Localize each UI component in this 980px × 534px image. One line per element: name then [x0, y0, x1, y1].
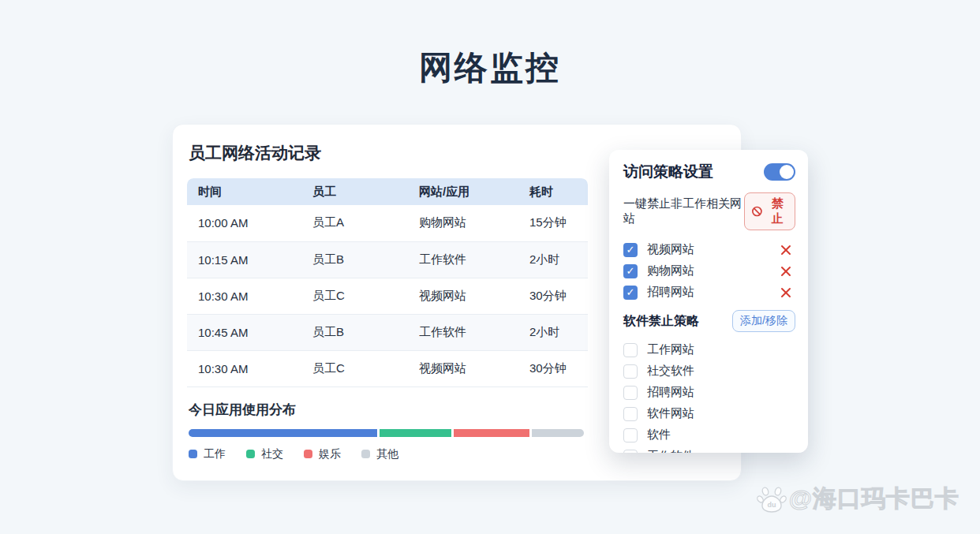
legend-label: 其他	[376, 447, 398, 461]
bar-segment-social	[380, 429, 451, 437]
software-item-row: 招聘网站	[623, 382, 795, 403]
watermark: du @海口玛卡巴卡	[756, 483, 959, 515]
cell-employee: 员工C	[301, 278, 408, 314]
table-row: 10:15 AM 员工B 工作软件 2小时	[187, 241, 588, 278]
cell-app: 工作软件	[408, 241, 518, 278]
cell-time: 10:15 AM	[187, 241, 301, 278]
cell-duration: 30分钟	[518, 350, 588, 386]
cell-app: 工作软件	[408, 314, 518, 350]
software-item-row: 工作软件	[623, 446, 795, 453]
table-row: 10:30 AM 员工C 视频网站 30分钟	[187, 278, 588, 314]
checkbox-unchecked[interactable]	[623, 428, 638, 443]
cell-duration: 2小时	[518, 241, 588, 278]
software-item-row: 软件网站	[623, 403, 795, 424]
add-remove-button[interactable]: 添加/移除	[732, 310, 795, 332]
ban-button-label: 禁止	[766, 196, 788, 226]
remove-x-icon[interactable]	[780, 265, 792, 278]
cell-app: 购物网站	[408, 205, 518, 241]
checkbox-unchecked[interactable]	[623, 364, 638, 379]
checkbox-unchecked[interactable]	[623, 343, 638, 357]
quick-ban-label: 一键禁止非工作相关网站	[623, 196, 744, 226]
checkbox-checked[interactable]: ✓	[623, 286, 638, 300]
cell-app: 视频网站	[408, 278, 518, 314]
cell-employee: 员工B	[301, 314, 408, 350]
activity-table: 时间 员工 网站/应用 耗时 10:00 AM 员工A 购物网站 15分钟 10…	[187, 178, 588, 387]
legend-item-social: 社交	[246, 447, 283, 461]
master-toggle[interactable]	[764, 163, 795, 181]
checkbox-checked[interactable]: ✓	[623, 264, 638, 278]
legend-dot-icon	[304, 450, 312, 458]
banned-site-label: 购物网站	[647, 263, 780, 278]
table-row: 10:00 AM 员工A 购物网站 15分钟	[187, 205, 588, 241]
legend-item-other: 其他	[361, 447, 398, 461]
software-item-label: 招聘网站	[647, 385, 795, 400]
software-item-row: 社交软件	[623, 360, 795, 382]
software-item-row: 软件	[623, 424, 795, 446]
policy-header: 访问策略设置	[623, 162, 795, 182]
bar-segment-other	[532, 429, 584, 437]
bar-segment-work	[189, 429, 377, 437]
checkbox-unchecked[interactable]	[623, 407, 638, 421]
banned-site-row: ✓ 招聘网站	[623, 282, 795, 303]
legend-label: 工作	[204, 447, 226, 461]
table-row: 10:45 AM 员工B 工作软件 2小时	[187, 314, 588, 350]
svg-text:du: du	[767, 501, 776, 509]
legend-dot-icon	[246, 450, 255, 458]
remove-x-icon[interactable]	[780, 244, 792, 256]
header-cell-app: 网站/应用	[408, 178, 518, 205]
header-cell-time: 时间	[187, 178, 301, 205]
checkbox-unchecked[interactable]	[623, 386, 638, 400]
software-item-label: 工作软件	[647, 449, 795, 453]
software-item-label: 工作网站	[647, 342, 795, 357]
cell-time: 10:30 AM	[187, 278, 301, 314]
cell-app: 视频网站	[408, 350, 518, 386]
check-icon: ✓	[627, 266, 635, 276]
table-row: 10:30 AM 员工C 视频网站 30分钟	[187, 350, 588, 386]
banned-site-label: 招聘网站	[647, 285, 780, 300]
banned-site-label: 视频网站	[647, 242, 780, 257]
bar-segment-entertainment	[454, 429, 529, 437]
banned-site-row: ✓ 视频网站	[623, 239, 795, 260]
toggle-knob	[780, 165, 794, 179]
cell-duration: 15分钟	[518, 205, 588, 241]
checkbox-checked[interactable]: ✓	[623, 243, 638, 257]
cell-time: 10:00 AM	[187, 205, 301, 241]
software-policy-header: 软件禁止策略 添加/移除	[623, 310, 795, 332]
software-item-label: 软件	[647, 428, 795, 443]
cell-employee: 员工C	[301, 350, 408, 386]
legend-item-work: 工作	[189, 447, 226, 461]
checkbox-unchecked[interactable]	[623, 450, 638, 454]
header-cell-employee: 员工	[301, 178, 408, 205]
legend-item-entertainment: 娱乐	[304, 447, 341, 461]
header-cell-duration: 耗时	[518, 178, 588, 205]
baidu-paw-icon: du	[756, 484, 787, 515]
cell-duration: 2小时	[518, 314, 588, 350]
usage-stacked-bar	[189, 429, 584, 437]
cell-duration: 30分钟	[518, 278, 588, 314]
check-icon: ✓	[627, 245, 635, 255]
legend-dot-icon	[361, 450, 370, 458]
software-item-label: 社交软件	[647, 364, 795, 379]
quick-ban-row: 一键禁止非工作相关网站 禁止	[623, 192, 795, 230]
software-item-label: 软件网站	[647, 406, 795, 421]
page-title: 网络监控	[0, 46, 980, 90]
policy-title: 访问策略设置	[623, 162, 713, 182]
cell-employee: 员工A	[301, 205, 408, 241]
watermark-text: @海口玛卡巴卡	[789, 483, 959, 515]
cell-time: 10:30 AM	[187, 350, 301, 386]
page: 网络监控 员工网络活动记录 时间 员工 网站/应用 耗时 10:00 AM 员工…	[0, 0, 980, 534]
ban-button[interactable]: 禁止	[744, 192, 795, 230]
table-header-row: 时间 员工 网站/应用 耗时	[187, 178, 588, 205]
cell-employee: 员工B	[301, 241, 408, 278]
software-item-row: 工作网站	[623, 339, 795, 360]
legend-dot-icon	[189, 450, 197, 458]
check-icon: ✓	[627, 287, 635, 297]
remove-x-icon[interactable]	[780, 286, 792, 299]
cell-time: 10:45 AM	[187, 314, 301, 350]
software-policy-title: 软件禁止策略	[623, 313, 699, 330]
legend-label: 社交	[261, 447, 283, 461]
banned-site-row: ✓ 购物网站	[623, 260, 795, 282]
no-entry-icon	[751, 205, 763, 218]
legend-label: 娱乐	[319, 447, 341, 461]
access-policy-panel: 访问策略设置 一键禁止非工作相关网站 禁止 ✓ 视频网站	[609, 150, 808, 453]
